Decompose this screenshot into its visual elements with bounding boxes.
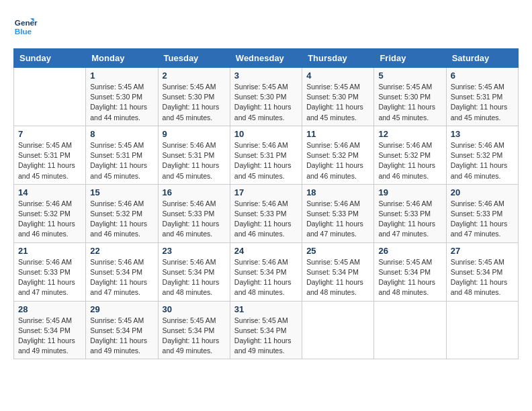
- svg-text:General: General: [15, 18, 38, 27]
- day-number: 12: [378, 129, 441, 139]
- day-info: Sunrise: 5:46 AM Sunset: 5:33 PM Dayligh…: [451, 199, 514, 240]
- calendar-cell: 2Sunrise: 5:45 AM Sunset: 5:30 PM Daylig…: [158, 68, 230, 126]
- day-info: Sunrise: 5:45 AM Sunset: 5:30 PM Dayligh…: [378, 82, 441, 123]
- day-number: 19: [378, 187, 441, 197]
- day-number: 16: [163, 187, 226, 197]
- day-info: Sunrise: 5:45 AM Sunset: 5:30 PM Dayligh…: [306, 82, 369, 123]
- calendar-cell: 19Sunrise: 5:46 AM Sunset: 5:33 PM Dayli…: [374, 184, 446, 242]
- calendar-cell: 21Sunrise: 5:46 AM Sunset: 5:33 PM Dayli…: [14, 242, 86, 301]
- day-info: Sunrise: 5:45 AM Sunset: 5:34 PM Dayligh…: [234, 316, 298, 357]
- day-info: Sunrise: 5:45 AM Sunset: 5:31 PM Dayligh…: [90, 140, 153, 181]
- day-info: Sunrise: 5:46 AM Sunset: 5:31 PM Dayligh…: [163, 140, 226, 181]
- calendar-cell: 12Sunrise: 5:46 AM Sunset: 5:32 PM Dayli…: [374, 126, 446, 184]
- calendar-cell: 13Sunrise: 5:46 AM Sunset: 5:32 PM Dayli…: [446, 126, 518, 184]
- day-number: 30: [163, 304, 226, 314]
- calendar-cell: 25Sunrise: 5:45 AM Sunset: 5:34 PM Dayli…: [302, 242, 374, 301]
- day-info: Sunrise: 5:46 AM Sunset: 5:32 PM Dayligh…: [18, 199, 81, 240]
- day-number: 26: [378, 246, 441, 256]
- day-number: 23: [163, 246, 226, 256]
- column-header-wednesday: Wednesday: [230, 49, 302, 68]
- calendar-week-row: 21Sunrise: 5:46 AM Sunset: 5:33 PM Dayli…: [14, 242, 519, 301]
- calendar-cell: 1Sunrise: 5:45 AM Sunset: 5:30 PM Daylig…: [86, 68, 158, 126]
- day-number: 20: [451, 187, 514, 197]
- column-header-sunday: Sunday: [14, 49, 86, 68]
- day-number: 2: [163, 71, 226, 81]
- day-info: Sunrise: 5:46 AM Sunset: 5:33 PM Dayligh…: [234, 199, 298, 240]
- day-number: 22: [90, 246, 153, 256]
- calendar-cell: 24Sunrise: 5:46 AM Sunset: 5:34 PM Dayli…: [230, 242, 302, 301]
- calendar-cell: 11Sunrise: 5:46 AM Sunset: 5:32 PM Dayli…: [302, 126, 374, 184]
- day-number: 6: [451, 71, 514, 81]
- day-info: Sunrise: 5:46 AM Sunset: 5:32 PM Dayligh…: [451, 140, 514, 181]
- day-info: Sunrise: 5:46 AM Sunset: 5:31 PM Dayligh…: [234, 140, 298, 181]
- day-number: 31: [234, 304, 298, 314]
- day-info: Sunrise: 5:45 AM Sunset: 5:34 PM Dayligh…: [451, 257, 514, 298]
- day-number: 11: [306, 129, 369, 139]
- calendar-cell: [374, 301, 446, 359]
- day-info: Sunrise: 5:46 AM Sunset: 5:32 PM Dayligh…: [306, 140, 369, 181]
- day-number: 18: [306, 187, 369, 197]
- calendar-cell: 9Sunrise: 5:46 AM Sunset: 5:31 PM Daylig…: [158, 126, 230, 184]
- day-info: Sunrise: 5:45 AM Sunset: 5:34 PM Dayligh…: [306, 257, 369, 298]
- day-info: Sunrise: 5:46 AM Sunset: 5:34 PM Dayligh…: [234, 257, 298, 298]
- calendar-cell: 29Sunrise: 5:45 AM Sunset: 5:34 PM Dayli…: [86, 301, 158, 359]
- calendar-cell: 31Sunrise: 5:45 AM Sunset: 5:34 PM Dayli…: [230, 301, 302, 359]
- day-info: Sunrise: 5:46 AM Sunset: 5:33 PM Dayligh…: [378, 199, 441, 240]
- calendar-cell: 28Sunrise: 5:45 AM Sunset: 5:34 PM Dayli…: [14, 301, 86, 359]
- day-number: 24: [234, 246, 298, 256]
- day-number: 27: [451, 246, 514, 256]
- day-number: 8: [90, 129, 153, 139]
- column-header-monday: Monday: [86, 49, 158, 68]
- calendar-week-row: 7Sunrise: 5:45 AM Sunset: 5:31 PM Daylig…: [14, 126, 519, 184]
- calendar-cell: 8Sunrise: 5:45 AM Sunset: 5:31 PM Daylig…: [86, 126, 158, 184]
- day-info: Sunrise: 5:46 AM Sunset: 5:34 PM Dayligh…: [90, 257, 153, 298]
- calendar-header-row: SundayMondayTuesdayWednesdayThursdayFrid…: [14, 49, 519, 68]
- logo: General Blue: [13, 13, 40, 38]
- calendar-cell: 22Sunrise: 5:46 AM Sunset: 5:34 PM Dayli…: [86, 242, 158, 301]
- calendar-cell: 26Sunrise: 5:45 AM Sunset: 5:34 PM Dayli…: [374, 242, 446, 301]
- day-number: 29: [90, 304, 153, 314]
- calendar-cell: 20Sunrise: 5:46 AM Sunset: 5:33 PM Dayli…: [446, 184, 518, 242]
- calendar-week-row: 1Sunrise: 5:45 AM Sunset: 5:30 PM Daylig…: [14, 68, 519, 126]
- day-info: Sunrise: 5:46 AM Sunset: 5:33 PM Dayligh…: [163, 199, 226, 240]
- calendar-cell: 15Sunrise: 5:46 AM Sunset: 5:32 PM Dayli…: [86, 184, 158, 242]
- day-info: Sunrise: 5:45 AM Sunset: 5:31 PM Dayligh…: [451, 82, 514, 123]
- day-number: 10: [234, 129, 298, 139]
- day-info: Sunrise: 5:45 AM Sunset: 5:34 PM Dayligh…: [378, 257, 441, 298]
- day-info: Sunrise: 5:45 AM Sunset: 5:34 PM Dayligh…: [18, 316, 81, 357]
- day-info: Sunrise: 5:45 AM Sunset: 5:34 PM Dayligh…: [163, 316, 226, 357]
- day-info: Sunrise: 5:46 AM Sunset: 5:32 PM Dayligh…: [90, 199, 153, 240]
- day-number: 15: [90, 187, 153, 197]
- day-info: Sunrise: 5:45 AM Sunset: 5:30 PM Dayligh…: [163, 82, 226, 123]
- day-number: 25: [306, 246, 369, 256]
- calendar-table: SundayMondayTuesdayWednesdayThursdayFrid…: [13, 48, 519, 359]
- calendar-cell: [14, 68, 86, 126]
- calendar-cell: 7Sunrise: 5:45 AM Sunset: 5:31 PM Daylig…: [14, 126, 86, 184]
- day-number: 5: [378, 71, 441, 81]
- logo-icon: General Blue: [13, 13, 38, 38]
- calendar-week-row: 14Sunrise: 5:46 AM Sunset: 5:32 PM Dayli…: [14, 184, 519, 242]
- day-number: 21: [18, 246, 81, 256]
- calendar-cell: 6Sunrise: 5:45 AM Sunset: 5:31 PM Daylig…: [446, 68, 518, 126]
- calendar-cell: [446, 301, 518, 359]
- day-info: Sunrise: 5:46 AM Sunset: 5:33 PM Dayligh…: [18, 257, 81, 298]
- day-number: 1: [90, 71, 153, 81]
- calendar-cell: 4Sunrise: 5:45 AM Sunset: 5:30 PM Daylig…: [302, 68, 374, 126]
- day-info: Sunrise: 5:45 AM Sunset: 5:30 PM Dayligh…: [90, 82, 153, 123]
- day-info: Sunrise: 5:46 AM Sunset: 5:33 PM Dayligh…: [306, 199, 369, 240]
- column-header-friday: Friday: [374, 49, 446, 68]
- calendar-cell: 30Sunrise: 5:45 AM Sunset: 5:34 PM Dayli…: [158, 301, 230, 359]
- calendar-cell: 14Sunrise: 5:46 AM Sunset: 5:32 PM Dayli…: [14, 184, 86, 242]
- calendar-cell: 5Sunrise: 5:45 AM Sunset: 5:30 PM Daylig…: [374, 68, 446, 126]
- day-info: Sunrise: 5:46 AM Sunset: 5:32 PM Dayligh…: [378, 140, 441, 181]
- day-info: Sunrise: 5:45 AM Sunset: 5:34 PM Dayligh…: [90, 316, 153, 357]
- day-number: 4: [306, 71, 369, 81]
- day-number: 13: [451, 129, 514, 139]
- calendar-cell: 10Sunrise: 5:46 AM Sunset: 5:31 PM Dayli…: [230, 126, 302, 184]
- day-number: 17: [234, 187, 298, 197]
- day-info: Sunrise: 5:45 AM Sunset: 5:30 PM Dayligh…: [234, 82, 298, 123]
- day-number: 7: [18, 129, 81, 139]
- day-info: Sunrise: 5:45 AM Sunset: 5:31 PM Dayligh…: [18, 140, 81, 181]
- column-header-saturday: Saturday: [446, 49, 518, 68]
- column-header-tuesday: Tuesday: [158, 49, 230, 68]
